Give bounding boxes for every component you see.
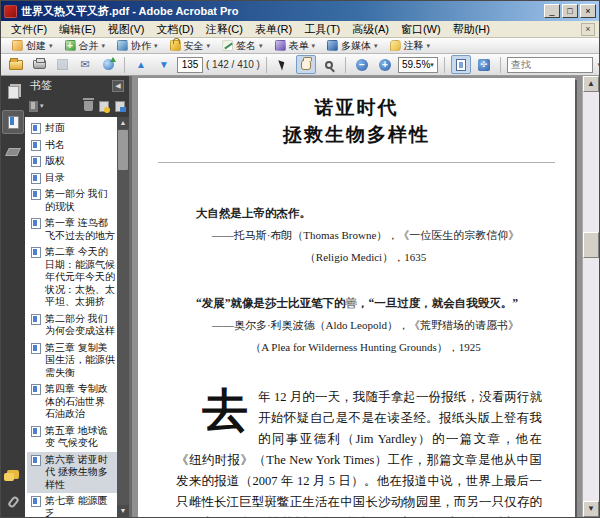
attachments-panel-button[interactable] [2, 493, 24, 517]
bookmark-item-ch1[interactable]: 第一章 连鸟都飞不过去的地方 [27, 215, 117, 244]
menu-document[interactable]: 文档(D) [150, 21, 199, 38]
scroll-up-icon[interactable]: ▲ [117, 117, 129, 129]
pdf-page: 诺亚时代 拯救生物多样性 大自然是上帝的杰作。 ——托马斯·布朗（Thomas … [138, 78, 575, 517]
secure-button[interactable]: 安全 ▾ [165, 39, 216, 53]
menu-bar: 文件(F) 编辑(E) 视图(V) 文档(D) 注释(C) 表单(R) 工具(T… [1, 21, 599, 38]
layers-panel-button[interactable] [2, 140, 24, 164]
hand-tool-button[interactable] [296, 55, 316, 74]
minimize-button[interactable]: _ [544, 4, 560, 18]
menu-window[interactable]: 窗口(W) [395, 21, 447, 38]
magnifier-icon [325, 61, 333, 69]
close-button[interactable]: × [580, 4, 596, 18]
zoom-out-button[interactable]: − [352, 55, 372, 74]
comments-panel-button[interactable] [2, 463, 24, 487]
save-icon [57, 59, 68, 70]
chevron-down-icon: ▾ [207, 42, 211, 50]
cursor-icon [279, 58, 287, 70]
hand-icon [301, 59, 311, 70]
expand-bookmark-button[interactable] [115, 101, 125, 112]
paperclip-icon [6, 495, 19, 509]
multimedia-button[interactable]: 多媒体 ▾ [322, 39, 383, 53]
save-button [52, 55, 72, 74]
upload-button[interactable] [98, 55, 118, 74]
maximize-button[interactable]: □ [562, 4, 578, 18]
bookmark-page-icon [31, 189, 41, 200]
zoom-in-button[interactable]: + [375, 55, 395, 74]
chevron-down-icon: ▾ [430, 61, 434, 69]
form-icon [275, 40, 286, 51]
bookmark-item-cover[interactable]: 封面 [27, 120, 117, 137]
marquee-zoom-button[interactable] [319, 55, 339, 74]
next-page-button[interactable]: ▼ [154, 55, 174, 74]
menu-comments[interactable]: 注释(C) [200, 21, 249, 38]
bookmarks-scrollbar[interactable]: ▲ ▼ [117, 117, 129, 517]
scroll-down-icon[interactable]: ▼ [117, 505, 129, 517]
sign-button[interactable]: 签名 ▾ [217, 39, 268, 53]
navigation-panel-strip [1, 76, 25, 517]
select-tool-button[interactable] [273, 55, 293, 74]
scrollbar-thumb[interactable] [583, 232, 599, 258]
bookmark-item-part1[interactable]: 第一部分 我们的现状 [27, 186, 117, 215]
bookmark-page-icon [31, 496, 41, 507]
bookmarks-panel: 书签 ◀ ▾ 封面 书名 版权 目录 第一部分 我们的现状 [25, 76, 129, 517]
bookmark-page-icon [31, 343, 41, 354]
bookmark-item-ch3[interactable]: 第三章 复制美国生活，能源供需失衡 [27, 340, 117, 382]
lock-icon [170, 40, 181, 51]
find-input[interactable] [507, 57, 593, 73]
menu-edit[interactable]: 编辑(E) [53, 21, 102, 38]
find-options-caret[interactable]: ▾ [596, 61, 600, 69]
quote-attribution: ——奥尔多·利奥波德（Aldo Leopold），《荒野猎场的请愿书》 [196, 315, 535, 335]
document-scrollbar[interactable]: ▲ ▼ [582, 76, 599, 517]
chapter-title-line2: 拯救生物多样性 [138, 121, 575, 148]
scrollbar-thumb[interactable] [118, 130, 128, 170]
email-button[interactable]: ✉ [75, 55, 95, 74]
create-button[interactable]: 创建 ▾ [7, 39, 58, 53]
bookmark-page-icon [31, 384, 41, 395]
scrolling-mode-button[interactable] [451, 55, 471, 74]
new-bookmark-button[interactable] [99, 101, 109, 112]
page-count-label: ( 142 / 410 ) [206, 59, 260, 70]
collapse-panel-icon[interactable]: ◀ [112, 80, 124, 92]
chevron-down-icon: ▾ [259, 42, 263, 50]
menu-forms[interactable]: 表单(R) [249, 21, 298, 38]
document-area: 诺亚时代 拯救生物多样性 大自然是上帝的杰作。 ——托马斯·布朗（Thomas … [132, 76, 599, 517]
bookmark-options-button[interactable]: ▾ [29, 101, 44, 112]
collaborate-button[interactable]: 协作 ▾ [112, 39, 163, 53]
quote-source: （Religio Medici），1635 [196, 247, 535, 267]
menu-advanced[interactable]: 高级(A) [346, 21, 395, 38]
chevron-down-icon: ▾ [374, 42, 378, 50]
menu-help[interactable]: 帮助(H) [447, 21, 496, 38]
previous-page-button[interactable]: ▲ [131, 55, 151, 74]
bookmarks-panel-button[interactable] [2, 110, 24, 134]
menu-file[interactable]: 文件(F) [5, 21, 53, 38]
open-button[interactable] [6, 55, 26, 74]
bookmark-item-ch7[interactable]: 第七章 能源匮乏 [27, 493, 117, 517]
fit-screen-icon: ✣ [478, 59, 490, 71]
printer-icon [33, 60, 46, 69]
plus-circle-icon: + [379, 59, 391, 71]
pages-panel-button[interactable] [2, 80, 24, 104]
panel-title: 书签 [30, 78, 52, 93]
menu-view[interactable]: 视图(V) [102, 21, 151, 38]
combine-button[interactable]: 合并 ▾ [60, 39, 111, 53]
menu-tools[interactable]: 工具(T) [298, 21, 346, 38]
bookmark-item-ch6-selected[interactable]: 第六章 诺亚时代 拯救生物多样性 [27, 452, 117, 494]
print-button[interactable] [29, 55, 49, 74]
comment-button[interactable]: 注释 ▾ [385, 39, 436, 53]
bookmark-item-title[interactable]: 书名 [27, 137, 117, 154]
bookmark-item-copyright[interactable]: 版权 [27, 153, 117, 170]
page-number-input[interactable] [177, 57, 203, 73]
close-document-icon[interactable]: × [581, 23, 595, 36]
scroll-up-icon[interactable]: ▲ [583, 76, 599, 92]
scroll-down-icon[interactable]: ▼ [583, 501, 599, 517]
acrobat-window: 世界又热又平又挤.pdf - Adobe Acrobat Pro _ □ × 文… [0, 0, 600, 518]
bookmark-item-ch5[interactable]: 第五章 地球诡变 气候变化 [27, 423, 117, 452]
bookmark-item-contents[interactable]: 目录 [27, 170, 117, 187]
full-screen-button[interactable]: ✣ [474, 55, 494, 74]
bookmark-item-ch4[interactable]: 第四章 专制政体的石油世界 石油政治 [27, 381, 117, 423]
forms-button[interactable]: 表单 ▾ [270, 39, 321, 53]
zoom-level-select[interactable]: 59.5% ▾ [398, 57, 438, 73]
bookmark-item-part2[interactable]: 第二部分 我们为何会变成这样 [27, 311, 117, 340]
delete-bookmark-button[interactable] [84, 101, 93, 111]
bookmark-item-ch2[interactable]: 第二章 今天的日期：能源气候年代元年今天的状况：太热、太平坦、太拥挤 [27, 244, 117, 311]
